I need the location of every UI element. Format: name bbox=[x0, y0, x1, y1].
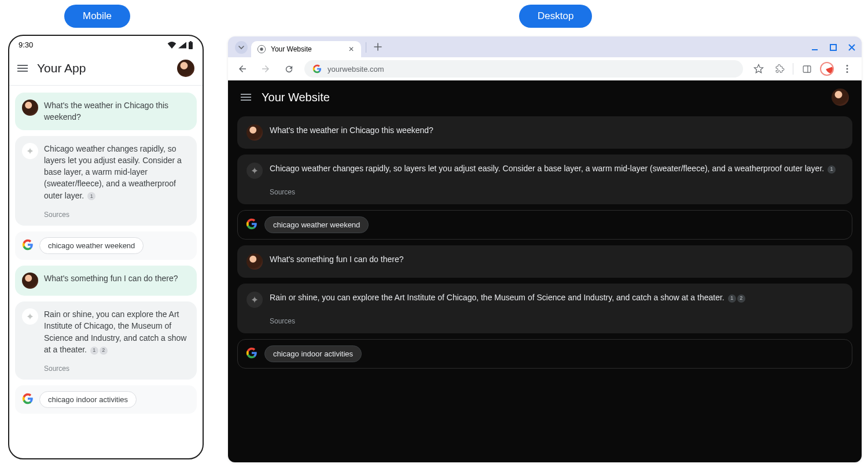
search-suggestion-box: chicago weather weekend bbox=[15, 231, 197, 260]
minimize-icon[interactable] bbox=[810, 42, 820, 53]
message-text: What's the weather in Chicago this weeke… bbox=[44, 100, 190, 123]
search-suggestion-box: chicago indoor activities bbox=[237, 339, 852, 369]
side-panel-button[interactable] bbox=[799, 61, 814, 76]
search-chip[interactable]: chicago weather weekend bbox=[39, 237, 144, 254]
wifi-icon bbox=[167, 42, 176, 49]
message-text: What's something fun I can do there? bbox=[270, 253, 403, 270]
site-title: Your Website bbox=[262, 91, 330, 104]
mobile-device-frame: 9:30 Your App What's the weather in Chic… bbox=[8, 35, 204, 459]
assistant-message: Rain or shine, you can explore the Art I… bbox=[15, 301, 197, 380]
reload-button[interactable] bbox=[281, 61, 296, 76]
assistant-avatar bbox=[247, 292, 263, 308]
user-avatar bbox=[247, 124, 263, 141]
svg-point-3 bbox=[260, 47, 263, 50]
citation-badge[interactable]: 1 bbox=[87, 192, 95, 200]
forward-button[interactable] bbox=[258, 61, 273, 76]
citation-badge[interactable]: 2 bbox=[737, 295, 745, 303]
sources-label[interactable]: Sources bbox=[270, 188, 843, 196]
user-message: What's something fun I can do there? bbox=[237, 245, 852, 278]
google-icon bbox=[246, 347, 258, 361]
message-text: Rain or shine, you can explore the Art I… bbox=[44, 308, 190, 355]
tab-separator bbox=[366, 42, 366, 53]
mobile-chat-area: What's the weather in Chicago this weeke… bbox=[9, 86, 203, 421]
user-message: What's the weather in Chicago this weeke… bbox=[237, 116, 852, 149]
user-avatar bbox=[247, 253, 263, 270]
url-text: yourwebsite.com bbox=[328, 65, 384, 73]
avatar[interactable] bbox=[832, 89, 849, 106]
site-header: Your Website bbox=[228, 80, 862, 114]
message-text: Rain or shine, you can explore the Art I… bbox=[270, 292, 745, 308]
google-icon bbox=[22, 393, 34, 407]
svg-point-7 bbox=[847, 68, 848, 70]
svg-rect-5 bbox=[803, 65, 811, 72]
app-title: Your App bbox=[37, 61, 168, 75]
close-window-icon[interactable] bbox=[847, 42, 857, 53]
assistant-avatar bbox=[247, 163, 263, 179]
browser-tab-bar: Your Website ✕ bbox=[228, 36, 862, 57]
search-chip[interactable]: chicago weather weekend bbox=[264, 216, 369, 233]
page-content: Your Website What's the weather in Chica… bbox=[228, 80, 862, 462]
browser-menu-button[interactable] bbox=[840, 61, 855, 76]
svg-point-6 bbox=[847, 65, 848, 67]
maximize-icon[interactable] bbox=[828, 42, 838, 53]
svg-rect-1 bbox=[190, 41, 192, 42]
search-suggestion-box: chicago indoor activities bbox=[15, 385, 197, 414]
message-text: What's the weather in Chicago this weeke… bbox=[270, 124, 433, 141]
assistant-message: Chicago weather changes rapidly, so laye… bbox=[237, 154, 852, 204]
assistant-avatar bbox=[22, 143, 38, 159]
desktop-chat-area: What's the weather in Chicago this weeke… bbox=[228, 114, 862, 380]
browser-toolbar: yourwebsite.com bbox=[228, 57, 862, 80]
profile-avatar[interactable] bbox=[820, 62, 834, 76]
user-message: What's something fun I can do there? bbox=[15, 266, 197, 296]
avatar[interactable] bbox=[177, 60, 194, 77]
hamburger-icon[interactable] bbox=[241, 94, 251, 101]
search-chip[interactable]: chicago indoor activities bbox=[264, 345, 362, 362]
desktop-section-label: Desktop bbox=[519, 5, 592, 28]
hamburger-icon[interactable] bbox=[17, 65, 28, 72]
google-icon bbox=[246, 218, 258, 232]
svg-point-8 bbox=[847, 71, 848, 73]
user-message: What's the weather in Chicago this weeke… bbox=[15, 93, 197, 130]
back-button[interactable] bbox=[235, 61, 250, 76]
close-tab-icon[interactable]: ✕ bbox=[347, 45, 355, 53]
search-suggestion-box: chicago weather weekend bbox=[237, 210, 852, 240]
address-bar[interactable]: yourwebsite.com bbox=[304, 60, 743, 78]
sources-label[interactable]: Sources bbox=[44, 211, 190, 219]
assistant-message: Rain or shine, you can explore the Art I… bbox=[237, 284, 852, 333]
message-text: What's something fun I can do there? bbox=[44, 273, 178, 289]
bookmark-button[interactable] bbox=[751, 61, 766, 76]
svg-rect-4 bbox=[830, 45, 836, 50]
tab-title: Your Website bbox=[271, 45, 312, 53]
browser-tab[interactable]: Your Website ✕ bbox=[251, 41, 361, 57]
user-avatar bbox=[22, 273, 38, 289]
citation-badge[interactable]: 1 bbox=[827, 165, 836, 174]
mobile-section-label: Mobile bbox=[64, 5, 130, 28]
site-info-icon bbox=[312, 64, 322, 73]
status-bar: 9:30 bbox=[9, 36, 203, 54]
new-tab-button[interactable] bbox=[371, 40, 385, 54]
message-text: Chicago weather changes rapidly, so laye… bbox=[44, 143, 190, 201]
user-avatar bbox=[22, 100, 38, 116]
google-icon bbox=[22, 239, 34, 253]
browser-window: Your Website ✕ yourwebsite.com bbox=[228, 36, 862, 462]
message-text: Chicago weather changes rapidly, so laye… bbox=[270, 163, 836, 179]
extensions-button[interactable] bbox=[772, 61, 787, 76]
status-time: 9:30 bbox=[19, 41, 33, 49]
sources-label[interactable]: Sources bbox=[270, 317, 843, 325]
citation-badge[interactable]: 1 bbox=[90, 347, 98, 355]
sources-label[interactable]: Sources bbox=[44, 365, 190, 373]
search-tabs-button[interactable] bbox=[235, 41, 248, 54]
search-chip[interactable]: chicago indoor activities bbox=[39, 391, 137, 408]
assistant-avatar bbox=[22, 308, 38, 325]
battery-icon bbox=[188, 41, 193, 49]
svg-rect-0 bbox=[189, 42, 193, 49]
favicon-icon bbox=[257, 45, 266, 54]
toolbar-separator bbox=[793, 63, 793, 75]
citation-badge[interactable]: 2 bbox=[100, 347, 108, 355]
assistant-message: Chicago weather changes rapidly, so laye… bbox=[15, 136, 197, 226]
signal-icon bbox=[178, 42, 186, 49]
citation-badge[interactable]: 1 bbox=[728, 295, 736, 303]
mobile-app-bar: Your App bbox=[9, 54, 203, 86]
